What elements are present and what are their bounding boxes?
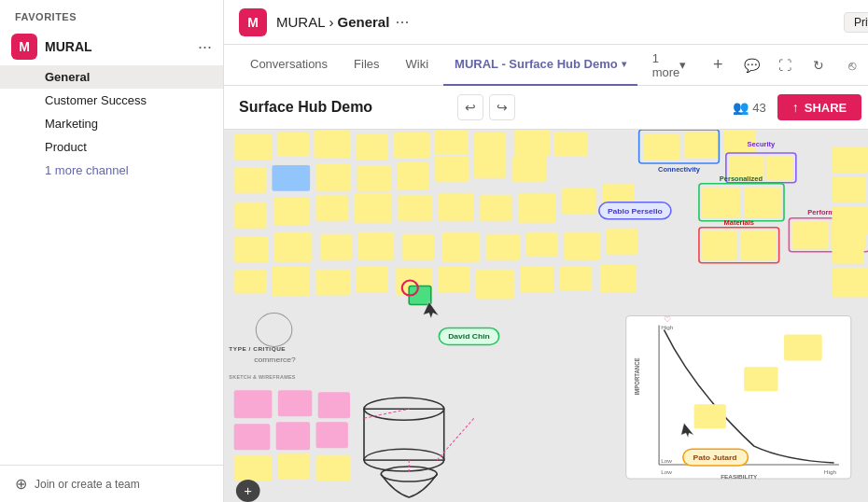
svg-rect-27 (234, 237, 268, 263)
reload-icon[interactable]: ↻ (805, 52, 832, 78)
svg-rect-36 (606, 229, 637, 255)
svg-point-63 (364, 449, 444, 471)
svg-rect-37 (234, 270, 266, 294)
content-area: Surface Hub Demo ↩ ↪ 👥 43 ↑ SHARE U (224, 86, 868, 502)
topbar-logo: M (239, 8, 267, 36)
team-name: MURAL (45, 39, 198, 54)
svg-line-113 (437, 418, 474, 460)
channel-general[interactable]: General (0, 65, 223, 89)
team-more-icon[interactable]: ··· (198, 37, 212, 57)
svg-rect-17 (234, 202, 266, 229)
svg-rect-9 (234, 167, 266, 193)
svg-line-111 (364, 409, 409, 418)
tab-wiki[interactable]: Wiki (395, 45, 441, 86)
svg-point-65 (402, 281, 418, 296)
svg-text:FEASIBILITY: FEASIBILITY (721, 473, 758, 480)
tab-files[interactable]: Files (343, 45, 390, 86)
svg-rect-70 (644, 134, 680, 160)
svg-text:Connectivity: Connectivity (658, 165, 700, 174)
svg-rect-107 (744, 367, 777, 391)
tabbar-icons: + 💬 ⛶ ↻ ⎋ ··· (705, 52, 868, 78)
svg-rect-32 (442, 232, 481, 262)
mural-header: Surface Hub Demo ↩ ↪ 👥 43 ↑ SHARE U (224, 86, 868, 130)
svg-point-64 (381, 467, 437, 481)
chat-icon[interactable]: 💬 (738, 52, 764, 78)
redo-button[interactable]: ↪ (489, 94, 515, 120)
tab-mural[interactable]: MURAL - Surface Hub Demo ▾ (443, 45, 637, 86)
mural-title: Surface Hub Demo (239, 99, 446, 116)
tab-mural-dropdown-icon: ▾ (622, 59, 626, 69)
svg-rect-18 (274, 198, 311, 226)
svg-rect-96 (626, 316, 851, 480)
channel-product[interactable]: Product (0, 135, 223, 159)
svg-text:TYPE / CRITIQUE: TYPE / CRITIQUE (229, 346, 286, 353)
tab-files-label: Files (354, 57, 379, 71)
expand-icon[interactable]: ⛶ (772, 52, 798, 78)
svg-rect-77 (729, 156, 764, 180)
svg-rect-78 (766, 156, 793, 180)
svg-rect-23 (480, 195, 511, 221)
svg-rect-44 (520, 267, 553, 293)
channel-marketing[interactable]: Marketing (0, 112, 223, 135)
favorites-label: Favorites (0, 0, 223, 28)
svg-rect-16 (512, 156, 546, 182)
breadcrumb: MURAL › General ··· (276, 12, 409, 32)
svg-rect-49 (409, 286, 431, 305)
svg-rect-73 (639, 130, 720, 163)
add-tab-button[interactable]: + (705, 52, 731, 78)
svg-text:♡: ♡ (664, 316, 670, 325)
join-create-team[interactable]: ⊕ Join or create a team (0, 465, 223, 502)
tab-more[interactable]: 1 more ▾ (641, 45, 698, 86)
channel-customer-success[interactable]: Customer Success (0, 89, 223, 112)
svg-point-114 (236, 480, 260, 502)
svg-rect-75 (726, 153, 796, 183)
svg-rect-86 (831, 221, 866, 249)
svg-rect-2 (314, 131, 350, 159)
svg-rect-53 (278, 390, 312, 416)
svg-rect-62 (364, 409, 444, 460)
more-channels[interactable]: 1 more channel (0, 159, 223, 182)
tab-more-dropdown-icon: ▾ (679, 58, 686, 72)
svg-rect-20 (354, 193, 392, 223)
svg-rect-5 (434, 131, 468, 155)
svg-rect-72 (724, 130, 756, 154)
svg-rect-81 (702, 188, 740, 218)
share-button[interactable]: ↑ SHARE (777, 94, 862, 120)
svg-rect-52 (234, 390, 273, 418)
undo-button[interactable]: ↩ (457, 94, 483, 120)
breadcrumb-org: MURAL (276, 14, 326, 30)
tab-conversations[interactable]: Conversations (239, 45, 339, 86)
tab-conversations-label: Conversations (250, 57, 328, 71)
share-tab-icon[interactable]: ⎋ (839, 52, 865, 78)
breadcrumb-separator: › (329, 14, 334, 30)
svg-point-47 (256, 314, 292, 347)
svg-rect-25 (562, 188, 595, 215)
svg-rect-8 (554, 132, 588, 156)
svg-rect-14 (435, 156, 469, 182)
team-row[interactable]: M MURAL ··· (0, 28, 223, 65)
svg-rect-54 (318, 392, 350, 418)
svg-rect-106 (784, 334, 822, 360)
svg-rect-24 (518, 193, 556, 223)
svg-rect-58 (234, 455, 273, 481)
svg-text:Low: Low (661, 457, 672, 464)
svg-rect-31 (402, 234, 434, 260)
svg-rect-21 (398, 195, 431, 221)
svg-text:Materials: Materials (724, 218, 754, 227)
svg-rect-46 (600, 265, 637, 293)
svg-rect-0 (234, 134, 273, 160)
svg-rect-60 (316, 455, 350, 481)
svg-rect-95 (832, 268, 868, 298)
mural-canvas[interactable]: commerce? TYPE / CRITIQUE SKETCH & WIREF… (224, 130, 868, 502)
members-number: 43 (752, 101, 765, 115)
svg-rect-82 (744, 188, 781, 218)
svg-rect-71 (684, 132, 718, 159)
topbar: M MURAL › General ··· Private (224, 0, 868, 45)
svg-rect-13 (397, 162, 428, 190)
topbar-dots[interactable]: ··· (395, 12, 409, 32)
svg-rect-35 (564, 232, 600, 260)
svg-rect-89 (702, 230, 737, 260)
svg-rect-56 (276, 422, 310, 450)
svg-rect-19 (316, 195, 348, 221)
svg-text:SKETCH & WIREFRAMES: SKETCH & WIREFRAMES (229, 375, 296, 381)
